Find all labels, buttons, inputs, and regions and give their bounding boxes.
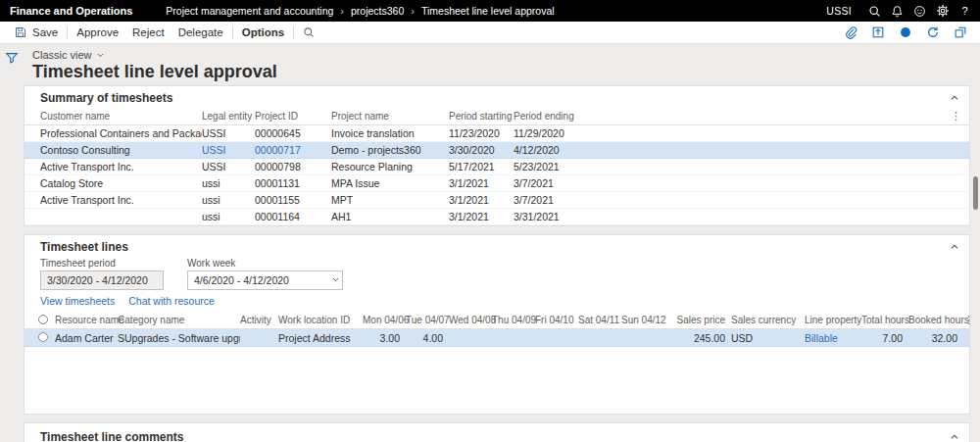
- cell-mon-hours[interactable]: 3.00: [363, 332, 406, 344]
- table-row[interactable]: Catalog Store ussi 00001131 MPA Issue 3/…: [24, 175, 969, 192]
- collapse-chevron-icon[interactable]: [950, 432, 959, 442]
- company-picker[interactable]: USSI: [826, 5, 852, 17]
- column-header-sun[interactable]: Sun 04/12: [621, 315, 664, 325]
- summary-section-header: Summary of timesheets: [24, 86, 969, 108]
- cell-customer-name: Catalog Store: [40, 177, 202, 189]
- settings-gear-icon[interactable]: [931, 0, 954, 22]
- column-header-project-id[interactable]: Project ID: [255, 111, 331, 122]
- column-header-fri[interactable]: Fri 04/10: [535, 315, 578, 325]
- cell-period-starting: 11/23/2020: [449, 127, 514, 139]
- delegate-button[interactable]: Delegate: [172, 22, 230, 43]
- cell-project-id-link[interactable]: 00000717: [255, 144, 331, 156]
- work-week-input[interactable]: [187, 270, 343, 290]
- table-row[interactable]: ussi 00001164 AH1 3/1/2021 3/31/2021: [24, 209, 969, 225]
- cell-period-starting: 3/1/2021: [449, 211, 514, 222]
- cell-customer-name: Professional Containers and Packaging Co…: [40, 127, 202, 139]
- cell-period-ending: 4/12/2020: [514, 144, 948, 156]
- refresh-icon[interactable]: [925, 25, 941, 40]
- reject-button[interactable]: Reject: [125, 22, 172, 43]
- save-button[interactable]: Save: [6, 22, 65, 43]
- lines-toolbar-links: View timesheets Chat with resource: [24, 290, 969, 307]
- column-header-category-name[interactable]: Category name: [118, 315, 240, 325]
- cell-project-name: Resource Planing: [331, 161, 449, 172]
- select-all-radio[interactable]: [38, 315, 55, 326]
- work-week-field-group: Work week: [187, 258, 343, 290]
- cell-project-id: 00001131: [255, 177, 331, 189]
- column-header-period-ending[interactable]: Period ending: [514, 111, 948, 122]
- column-header-tue[interactable]: Tue 04/07: [406, 315, 449, 325]
- attachments-icon[interactable]: [843, 25, 858, 40]
- filter-funnel-icon[interactable]: [5, 51, 19, 65]
- collapse-chevron-up-icon[interactable]: [950, 93, 959, 103]
- column-header-total-hours[interactable]: Total hours: [861, 315, 908, 325]
- feedback-smiley-icon[interactable]: [908, 0, 931, 22]
- search-icon[interactable]: [863, 0, 886, 22]
- chevron-down-icon: [96, 51, 105, 60]
- cell-sales-price: 245.00: [664, 332, 731, 344]
- open-in-office-icon[interactable]: [870, 25, 886, 40]
- summary-section-title: Summary of timesheets: [40, 91, 172, 105]
- approve-button[interactable]: Approve: [70, 22, 125, 43]
- work-week-combobox[interactable]: [187, 270, 343, 287]
- column-header-booked-hours[interactable]: Booked hours: [908, 315, 963, 325]
- scrollbar-thumb[interactable]: [973, 176, 978, 210]
- view-timesheets-link[interactable]: View timesheets: [40, 295, 115, 307]
- chat-with-resource-link[interactable]: Chat with resource: [128, 295, 215, 307]
- column-header-work-location-id[interactable]: Work location ID: [278, 315, 363, 325]
- column-header-activity[interactable]: Activity: [240, 315, 278, 325]
- cell-legal-entity: USSI: [202, 161, 255, 172]
- cell-period-starting: 3/1/2021: [449, 194, 514, 206]
- cell-legal-entity-link[interactable]: USSI: [202, 144, 255, 156]
- cell-project-id: 00000645: [255, 127, 331, 139]
- options-tab[interactable]: Options: [235, 22, 291, 43]
- table-row[interactable]: Active Transport Inc. ussi 00001155 MPT …: [24, 192, 969, 209]
- table-row-selected[interactable]: Contoso Consulting USSI 00000717 Demo - …: [24, 142, 969, 159]
- timesheet-line-row-selected[interactable]: Adam Carter SUpgrades - Software upgrad.…: [24, 329, 969, 347]
- column-header-mon[interactable]: Mon 04/06: [363, 315, 406, 325]
- table-row[interactable]: Active Transport Inc. USSI 00000798 Reso…: [24, 159, 969, 175]
- column-header-period-starting[interactable]: Period starting: [449, 111, 514, 122]
- column-header-legal-entity[interactable]: Legal entity: [202, 111, 255, 122]
- table-row[interactable]: Professional Containers and Packaging Co…: [24, 125, 969, 142]
- cell-project-name: MPT: [331, 194, 449, 206]
- lines-grid-header: Resource name Category name Activity Wor…: [24, 312, 969, 329]
- view-selector[interactable]: Classic view: [32, 49, 970, 61]
- messages-badge-icon[interactable]: [898, 25, 913, 40]
- cell-period-starting: 3/30/2020: [449, 144, 514, 156]
- column-header-sales-price[interactable]: Sales price: [664, 315, 731, 325]
- top-nav-right: USSI ?: [826, 0, 980, 22]
- breadcrumb-module[interactable]: Project management and accounting: [166, 5, 333, 17]
- collapse-chevron-up-icon[interactable]: [950, 242, 959, 252]
- cell-tue-hours[interactable]: 4.00: [406, 332, 449, 344]
- column-header-project-name[interactable]: Project name: [331, 111, 449, 122]
- radio-icon: [38, 315, 48, 324]
- column-header-thu[interactable]: Thu 04/09: [492, 315, 535, 325]
- cell-period-ending: 3/31/2021: [514, 211, 948, 222]
- column-header-sat[interactable]: Sat 04/11: [578, 315, 621, 325]
- cell-sales-currency: USD: [731, 332, 805, 344]
- row-radio[interactable]: [38, 332, 55, 344]
- timesheet-period-field-group: Timesheet period: [40, 258, 164, 290]
- help-icon[interactable]: ?: [954, 0, 976, 22]
- column-header-sales-currency[interactable]: Sales currency: [731, 315, 805, 325]
- save-floppy-icon: [13, 25, 28, 40]
- breadcrumb-page[interactable]: Timesheet line level approval: [421, 5, 555, 17]
- column-header-resource-name[interactable]: Resource name: [55, 315, 118, 325]
- notifications-bell-icon[interactable]: [886, 0, 908, 22]
- column-header-customer-name[interactable]: Customer name: [40, 111, 202, 122]
- page-body: Classic view Timesheet line level approv…: [0, 44, 980, 442]
- column-header-wed[interactable]: Wed 04/08: [449, 315, 492, 325]
- summary-grid: Customer name Legal entity Project ID Pr…: [24, 108, 969, 225]
- timesheet-period-input[interactable]: [40, 270, 164, 290]
- left-rail: [0, 44, 24, 442]
- timesheet-line-comments-section: Timesheet line comments: [24, 422, 970, 442]
- toolbar-divider: [232, 26, 233, 39]
- grid-more-options-icon[interactable]: ⋮: [948, 110, 969, 123]
- page-scrollbar[interactable]: [973, 45, 979, 437]
- breadcrumb-area[interactable]: projects360: [351, 5, 404, 17]
- app-title[interactable]: Finance and Operations: [0, 5, 148, 17]
- actionpane-search-icon[interactable]: [296, 22, 321, 43]
- open-in-new-window-icon[interactable]: [953, 25, 968, 40]
- column-header-line-property[interactable]: Line property: [805, 315, 861, 325]
- cell-line-property-link[interactable]: Billable: [805, 332, 861, 344]
